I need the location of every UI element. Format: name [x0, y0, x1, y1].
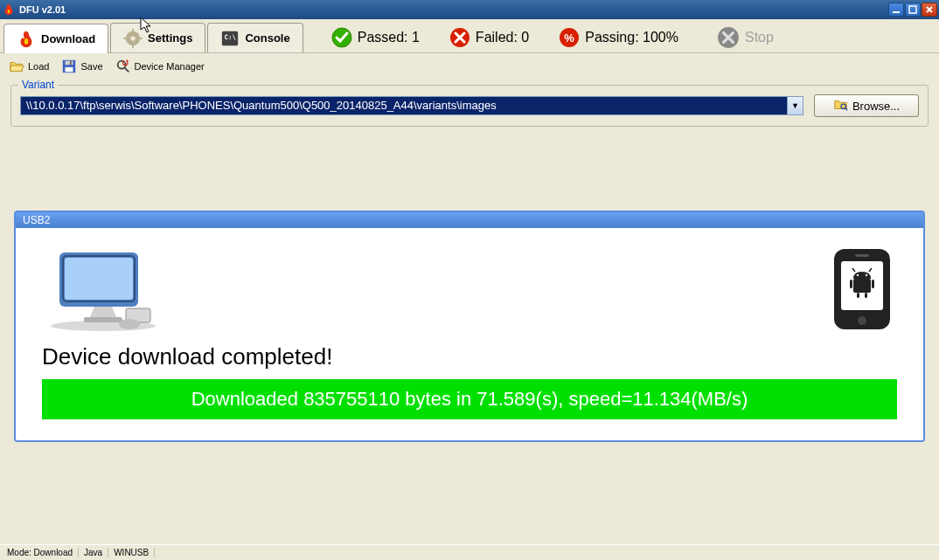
tab-settings[interactable]: Settings: [110, 23, 205, 52]
stop-icon: [717, 26, 740, 49]
svg-point-29: [119, 319, 140, 329]
status-passed: Passed: 1: [331, 27, 420, 48]
status-failed: Failed: 0: [449, 27, 529, 48]
svg-text:C:\: C:\: [225, 32, 236, 40]
folder-open-icon: [9, 59, 24, 74]
status-bar: Mode: Download Java WINUSB: [0, 544, 939, 560]
status-label: Passed: 1: [358, 30, 420, 45]
svg-rect-27: [84, 317, 122, 322]
variant-path-combo[interactable]: \\10.0.0.17\ftp\serwis\Software\PHONES\Q…: [20, 96, 803, 115]
app-icon: [2, 3, 16, 17]
svg-rect-0: [893, 11, 900, 13]
maximize-button[interactable]: [905, 3, 921, 17]
svg-text:%: %: [564, 31, 574, 45]
svg-rect-35: [850, 280, 852, 288]
toolbar: Load Save Device: [0, 53, 939, 80]
browse-label: Browse...: [852, 100, 900, 113]
usb-progress-text: Downloaded 835755110 bytes in 71.589(s),…: [191, 388, 748, 410]
svg-point-42: [866, 274, 867, 276]
statusbar-java: Java: [79, 548, 108, 557]
tool-label: Device Manager: [135, 61, 205, 72]
svg-rect-17: [66, 67, 73, 72]
computer-icon: [42, 245, 164, 333]
svg-rect-33: [855, 254, 869, 257]
svg-rect-25: [65, 258, 133, 300]
variant-group: Variant \\10.0.0.17\ftp\serwis\Software\…: [10, 85, 929, 127]
tab-label: Download: [41, 32, 95, 45]
gear-icon: [123, 29, 143, 48]
status-label: Failed: 0: [476, 30, 529, 45]
svg-rect-5: [132, 45, 134, 48]
tab-label: Settings: [148, 31, 192, 45]
usb-progress-bar: Downloaded 835755110 bytes in 71.589(s),…: [42, 379, 897, 419]
svg-rect-34: [853, 279, 871, 293]
tool-label: Load: [28, 61, 49, 72]
stop-button: Stop: [708, 26, 782, 49]
console-icon: C:\: [220, 29, 240, 48]
svg-rect-37: [857, 293, 859, 298]
svg-rect-38: [865, 293, 867, 298]
tab-label: Console: [245, 31, 289, 45]
usb-panel: USB2: [14, 211, 925, 442]
svg-rect-4: [132, 29, 134, 32]
svg-line-20: [124, 68, 129, 73]
percent-icon: %: [559, 27, 580, 48]
tab-console[interactable]: C:\ Console: [207, 23, 303, 52]
tab-strip: Download Settings C:\ Console: [0, 19, 939, 53]
usb-panel-title: USB2: [16, 212, 923, 228]
svg-rect-36: [872, 280, 874, 288]
minimize-button[interactable]: [888, 3, 904, 17]
usb-status-message: Device download completed!: [42, 343, 897, 370]
status-passing: % Passing: 100%: [559, 27, 678, 48]
stop-label: Stop: [745, 30, 774, 45]
svg-point-41: [857, 274, 859, 276]
magnifier-refresh-icon: [115, 59, 131, 74]
variant-group-label: Variant: [18, 79, 58, 91]
folder-search-icon: [833, 97, 849, 115]
variant-path-text: \\10.0.0.17\ftp\serwis\Software\PHONES\Q…: [21, 97, 787, 114]
svg-line-22: [845, 107, 847, 110]
save-button[interactable]: Save: [61, 59, 102, 74]
close-button[interactable]: [922, 3, 937, 17]
flame-icon: [17, 30, 36, 49]
svg-rect-18: [70, 61, 72, 66]
tool-label: Save: [80, 61, 102, 72]
svg-rect-7: [139, 38, 143, 39]
statusbar-mode: Mode: Download: [2, 548, 79, 557]
svg-point-32: [858, 316, 866, 325]
tab-download[interactable]: Download: [3, 24, 108, 53]
check-icon: [331, 27, 352, 48]
title-bar: DFU v2.01: [0, 0, 939, 19]
svg-rect-6: [123, 38, 127, 39]
svg-rect-16: [66, 61, 73, 66]
status-label: Passing: 100%: [585, 30, 678, 45]
svg-point-3: [130, 36, 136, 41]
browse-button[interactable]: Browse...: [814, 94, 919, 117]
x-circle-icon: [449, 27, 470, 48]
device-manager-button[interactable]: Device Manager: [115, 59, 205, 74]
window-title: DFU v2.01: [19, 4, 887, 15]
load-button[interactable]: Load: [9, 59, 49, 74]
status-group: Passed: 1 Failed: 0 % Pas: [331, 26, 936, 49]
floppy-icon: [61, 59, 77, 74]
android-device-icon: [827, 245, 897, 333]
statusbar-driver: WINUSB: [108, 548, 155, 557]
svg-rect-1: [909, 6, 916, 13]
chevron-down-icon[interactable]: ▼: [787, 97, 803, 114]
